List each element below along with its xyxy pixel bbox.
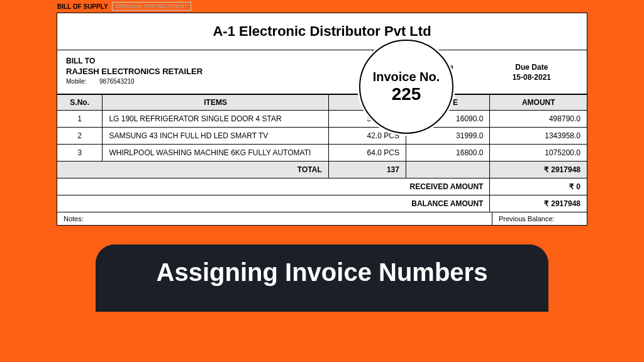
caption-banner: Assigning Invoice Numbers (96, 244, 548, 312)
company-name: A-1 Electronic Distributor Pvt Ltd (57, 23, 587, 40)
cell-amount: 1075200.0 (490, 145, 587, 162)
due-date-label: Due Date (513, 63, 551, 72)
total-qty: 137 (328, 162, 406, 178)
bill-to-mobile: Mobile: 9876543210 (66, 78, 364, 85)
balance-label: BALANCE AMOUNT (57, 195, 490, 212)
totals-row: TOTAL 137 ₹ 2917948 (57, 162, 587, 178)
invoice-number-highlight: Invoice No. 225 (359, 40, 453, 134)
bill-of-supply-label: BILL OF SUPPLY (57, 3, 108, 10)
bill-to-section: BILL TO RAJESH ELECTRONICS RETAILER Mobi… (57, 50, 373, 94)
received-row: RECEIVED AMOUNT ₹ 0 (57, 178, 587, 195)
invoice-document: BILL OF SUPPLY ORIGINAL FOR RECIPIENT A-… (57, 13, 587, 226)
cell-amount: 1343958.0 (490, 128, 587, 145)
header-items: ITEMS (103, 95, 328, 111)
cell-amount: 498790.0 (490, 111, 587, 128)
table-row: 2 SAMSUNG 43 INCH FULL HD LED SMART TV 4… (57, 128, 587, 145)
due-date-value: 15-08-2021 (513, 73, 551, 82)
cell-item: LG 190L REFRIGERATOR SINGLE DOOR 4 STAR (103, 111, 328, 128)
mobile-label: Mobile: (66, 78, 86, 85)
items-table: S.No. ITEMS RATE AMOUNT 1 LG 190L REFRIG… (57, 94, 587, 212)
caption-text: Assigning Invoice Numbers (157, 258, 488, 286)
cell-sno: 2 (57, 128, 103, 145)
invoice-no-label: Invoice No. (373, 70, 440, 84)
footer-row: Notes: Previous Balance: (57, 212, 587, 225)
invoice-no-value: 225 (392, 84, 421, 104)
table-row: 1 LG 190L REFRIGERATOR SINGLE DOOR 4 STA… (57, 111, 587, 128)
cell-rate: 16800.0 (406, 145, 489, 162)
company-header: A-1 Electronic Distributor Pvt Ltd (57, 13, 587, 50)
received-label: RECEIVED AMOUNT (57, 178, 490, 195)
prev-balance-label: Previous Balance: (492, 212, 587, 225)
original-for-recipient-label: ORIGINAL FOR RECIPIENT (112, 2, 192, 11)
bill-to-label: BILL TO (66, 57, 364, 65)
received-amount: ₹ 0 (490, 178, 587, 195)
table-row: 3 WHIRLPOOL WASHING MACHINE 6KG FULLY AU… (57, 145, 587, 162)
total-amount: ₹ 2917948 (490, 162, 587, 178)
bill-to-name: RAJESH ELECTRONICS RETAILER (66, 67, 364, 76)
table-header-row: S.No. ITEMS RATE AMOUNT (57, 95, 587, 111)
balance-row: BALANCE AMOUNT ₹ 2917948 (57, 195, 587, 212)
due-date-block: Due Date 15-08-2021 (513, 63, 551, 82)
total-rate-empty (406, 162, 489, 178)
top-labels: BILL OF SUPPLY ORIGINAL FOR RECIPIENT (57, 2, 191, 11)
mobile-value: 9876543210 (99, 78, 135, 85)
cell-item: WHIRLPOOL WASHING MACHINE 6KG FULLY AUTO… (103, 145, 328, 162)
cell-sno: 3 (57, 145, 103, 162)
total-label: TOTAL (57, 162, 328, 178)
notes-label: Notes: (57, 212, 492, 225)
cell-qty: 64.0 PCS (328, 145, 406, 162)
cell-item: SAMSUNG 43 INCH FULL HD LED SMART TV (103, 128, 328, 145)
balance-amount: ₹ 2917948 (490, 195, 587, 212)
cell-sno: 1 (57, 111, 103, 128)
info-row: BILL TO RAJESH ELECTRONICS RETAILER Mobi… (57, 50, 587, 94)
header-sno: S.No. (57, 95, 103, 111)
header-amount: AMOUNT (490, 95, 587, 111)
